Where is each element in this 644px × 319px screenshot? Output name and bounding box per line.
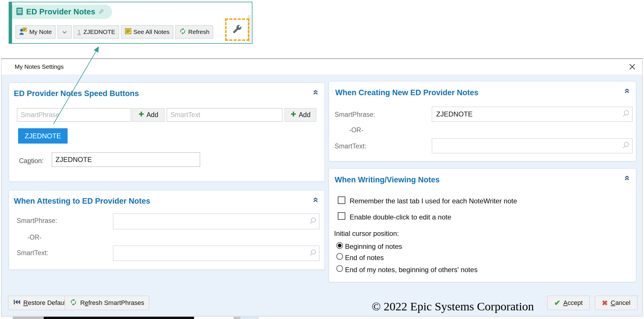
restore-defaults-label: Restore Defaults	[23, 299, 70, 307]
speed-button-zjednote[interactable]: 1 ZJEDNOTE	[74, 25, 119, 39]
widget-accent-bar	[9, 2, 12, 43]
my-note-dropdown-button[interactable]	[57, 25, 72, 39]
plus-icon	[290, 111, 296, 119]
remember-last-tab-checkbox[interactable]	[338, 196, 345, 204]
smartphrase-label: SmartPhrase:	[335, 111, 375, 119]
cancel-label: Cancel	[611, 299, 630, 307]
collapse-chevrons-icon[interactable]: «	[312, 197, 321, 203]
smartphrase-label: SmartPhrase:	[17, 217, 57, 225]
creating-panel: When Creating New ED Provider Notes « Sm…	[329, 81, 636, 161]
attest-panel-title: When Attesting to ED Provider Notes	[14, 197, 150, 206]
speed-panel-title: ED Provider Notes Speed Buttons	[14, 89, 139, 98]
ed-provider-notes-widget: ED Provider Notes ✎ My Note	[9, 2, 252, 44]
my-notes-settings-dialog: My Notes Settings ED Provider Notes Spee…	[1, 58, 643, 316]
taskbar-fragment	[240, 317, 259, 319]
wrench-icon	[233, 24, 242, 35]
add-label: Add	[299, 111, 310, 119]
plus-icon	[138, 111, 144, 119]
my-note-icon	[19, 27, 27, 37]
or-label: -OR-	[349, 126, 363, 134]
or-label: -OR-	[27, 234, 42, 241]
search-icon[interactable]	[622, 141, 630, 150]
search-icon[interactable]	[622, 110, 630, 119]
my-note-label: My Note	[29, 28, 52, 35]
copyright-text: © 2022 Epic Systems Corporation	[372, 299, 534, 313]
collapse-chevrons-icon[interactable]: «	[623, 175, 632, 181]
collapse-chevrons-icon[interactable]: «	[312, 90, 321, 95]
close-icon[interactable]	[628, 63, 636, 70]
skip-back-icon	[13, 299, 20, 307]
zjednote-speed-button[interactable]: ZJEDNOTE	[18, 128, 68, 144]
enable-double-click-label[interactable]: Enable double-click to edit a note	[350, 213, 451, 221]
check-icon: ✔	[554, 299, 560, 307]
smarttext-label: SmartText:	[335, 142, 366, 150]
search-icon[interactable]	[309, 249, 317, 258]
search-icon[interactable]	[309, 217, 317, 226]
caption-label: Caption:	[19, 157, 44, 165]
attest-smarttext-input[interactable]	[113, 246, 319, 261]
add-smarttext-button[interactable]: Add	[285, 108, 316, 122]
creating-panel-title: When Creating New ED Provider Notes	[335, 88, 478, 97]
cancel-button[interactable]: ✖ Cancel	[595, 296, 637, 310]
accept-label: Accept	[563, 299, 582, 307]
accept-button[interactable]: ✔ Accept	[547, 296, 590, 310]
refresh-button[interactable]: Refresh	[175, 25, 213, 39]
refresh-smartphrases-label: Refresh SmartPhrases	[80, 299, 144, 307]
screen: ED Provider Notes ✎ My Note	[0, 0, 644, 319]
settings-wrench-highlight[interactable]	[225, 18, 249, 41]
attest-smartphrase-field	[113, 213, 319, 229]
writing-panel-title: When Writing/Viewing Notes	[335, 175, 440, 184]
refresh-label: Refresh	[188, 28, 210, 35]
enable-double-click-checkbox[interactable]	[338, 212, 345, 220]
refresh-icon	[179, 28, 186, 36]
smarttext-label: SmartText:	[17, 249, 48, 257]
speed-button-accelerator: 1	[77, 28, 81, 35]
add-label: Add	[147, 111, 158, 119]
see-all-notes-button[interactable]: See All Notes	[121, 25, 173, 39]
radio-beginning-of-notes-label[interactable]: Beginning of notes	[345, 242, 402, 251]
creating-smartphrase-input[interactable]	[432, 107, 632, 121]
refresh-smartphrases-button[interactable]: Refresh SmartPhrases	[65, 296, 149, 310]
see-all-notes-label: See All Notes	[133, 28, 170, 35]
edit-pencil-icon[interactable]: ✎	[98, 8, 104, 16]
taskbar-fragment	[44, 317, 194, 319]
radio-end-of-notes-label[interactable]: End of notes	[345, 254, 384, 262]
refresh-icon	[70, 298, 77, 308]
widget-toolbar: My Note 1 ZJEDNOTE	[16, 25, 213, 39]
dialog-titlebar: My Notes Settings	[1, 59, 642, 75]
speed-buttons-panel: ED Provider Notes Speed Buttons « Add Ad…	[9, 83, 325, 182]
radio-end-of-notes[interactable]	[336, 253, 343, 260]
chevron-down-icon	[62, 28, 67, 35]
attest-smartphrase-input[interactable]	[113, 214, 319, 229]
dialog-title: My Notes Settings	[15, 59, 64, 75]
speed-button-label: ZJEDNOTE	[83, 28, 115, 35]
radio-end-of-my-notes-label[interactable]: End of my notes, beginning of others' no…	[345, 266, 478, 274]
creating-smarttext-input[interactable]	[432, 139, 632, 153]
widget-header: ED Provider Notes ✎	[12, 5, 112, 19]
taskbar-fragment	[233, 317, 240, 319]
initial-cursor-position-label: Initial cursor position:	[334, 230, 399, 238]
radio-end-of-my-notes[interactable]	[336, 265, 343, 272]
creating-smartphrase-field	[432, 107, 632, 122]
creating-smarttext-field	[432, 138, 632, 153]
radio-beginning-of-notes[interactable]	[336, 242, 343, 249]
smarttext-add-input[interactable]	[167, 108, 282, 122]
widget-title: ED Provider Notes	[26, 7, 95, 16]
remember-last-tab-label[interactable]: Remember the last tab I used for each No…	[350, 197, 517, 205]
attest-smarttext-field	[113, 246, 319, 261]
my-note-button[interactable]: My Note	[16, 25, 55, 39]
attest-panel: When Attesting to ED Provider Notes « Sm…	[9, 190, 325, 270]
x-icon: ✖	[602, 299, 608, 307]
note-icon	[125, 28, 131, 36]
smartphrase-add-input[interactable]	[17, 108, 131, 122]
collapse-chevrons-icon[interactable]: «	[623, 88, 632, 93]
dialog-body: ED Provider Notes Speed Buttons « Add Ad…	[1, 75, 642, 316]
note-document-icon	[16, 7, 23, 17]
writing-panel: When Writing/Viewing Notes « Remember th…	[329, 168, 636, 282]
caption-input[interactable]	[52, 152, 200, 167]
add-smartphrase-button[interactable]: Add	[132, 108, 164, 122]
taskbar-fragment	[13, 317, 44, 319]
